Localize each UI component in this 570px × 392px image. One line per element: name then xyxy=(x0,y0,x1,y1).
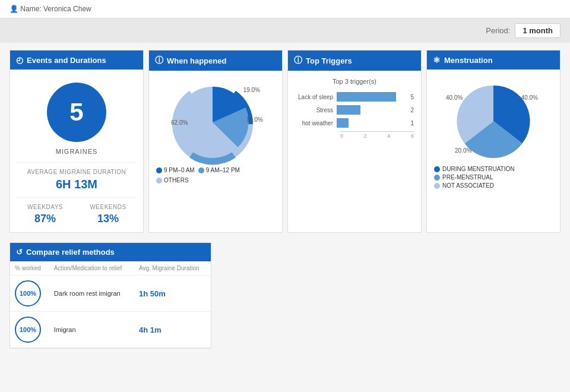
menstru-legend-item-2: NOT ASSOCIATED xyxy=(434,182,553,189)
triggers-card: ⓘ Top Triggers Top 3 trigger(s) Lack of … xyxy=(287,50,422,233)
top-bar: 👤 Name: Veronica Chew xyxy=(0,0,570,18)
clock-icon: ◴ xyxy=(16,55,23,65)
compare-row-1: 100% Imigran 4h 1m xyxy=(10,312,211,348)
events-card-title: Events and Durations xyxy=(27,56,106,65)
period-label: Period: xyxy=(486,26,510,35)
bar-track-2 xyxy=(337,118,408,128)
menstruation-legend: DURING MENSTRUATIONPRE-MENSTRUALNOT ASSO… xyxy=(434,166,553,189)
events-card-header: ◴ Events and Durations xyxy=(10,50,143,69)
col-action: Action/Medication to relief xyxy=(49,261,134,276)
menstruation-card-header: ⚛ Menstruation xyxy=(427,50,560,69)
bar-name-0: Lack of sleep xyxy=(295,94,337,100)
events-card: ◴ Events and Durations 5 MIGRAINES AVERA… xyxy=(10,50,144,233)
circle-badge-0: 100% xyxy=(15,280,41,306)
compare-section: ↺ Compare relief methods % worked Action… xyxy=(10,242,211,349)
menstru-label-40-left: 40.0% xyxy=(446,94,463,101)
menstru-label-40-right: 40.0% xyxy=(521,94,538,101)
bar-track-0 xyxy=(337,92,408,102)
pie-label-19-right: 19.0% xyxy=(246,116,263,123)
bar-fill-0 xyxy=(337,92,396,102)
pie-label-62: 62.0% xyxy=(171,119,188,126)
bar-val-0: 5 xyxy=(410,94,414,100)
col-worked: % worked xyxy=(10,261,49,276)
compare-action-0: Dark room rest imigran xyxy=(49,276,134,312)
menstruation-card-title: Menstruation xyxy=(444,56,493,65)
triggers-card-header: ⓘ Top Triggers xyxy=(288,50,421,71)
migraine-circle: 5 xyxy=(47,83,106,142)
weekdays-value: 87% xyxy=(17,213,73,225)
legend-label-0: 9 PM–0 AM xyxy=(164,167,195,173)
menstruation-pie-chart: 40.0% 40.0% 20.0% xyxy=(446,83,541,160)
avg-duration-value: 6H 13M xyxy=(17,178,136,191)
menstruation-card: ⚛ Menstruation xyxy=(426,50,560,233)
period-value[interactable]: 1 month xyxy=(515,23,560,38)
menstru-legend-label-1: PRE-MENSTRUAL xyxy=(442,174,493,181)
bar-row-0: Lack of sleep 5 xyxy=(295,92,414,102)
compare-percent-0: 100% xyxy=(10,276,49,312)
migraine-unit: MIGRAINES xyxy=(17,148,136,155)
bar-name-1: Stress xyxy=(295,107,337,113)
weekends-value: 13% xyxy=(80,213,136,225)
legend-item-2: OTHERS xyxy=(156,177,189,184)
when-card: ⓘ When happened xyxy=(148,50,283,233)
bar-fill-1 xyxy=(337,105,360,115)
compare-icon: ↺ xyxy=(16,248,23,257)
menstru-legend-item-0: DURING MENSTRUATION xyxy=(434,166,553,172)
compare-duration-0: 1h 50m xyxy=(134,276,211,312)
compare-action-1: Imigran xyxy=(49,312,134,348)
avg-duration-label: AVERAGE MIGRAINE DURATION xyxy=(17,169,136,175)
bar-track-1 xyxy=(337,105,408,115)
menstru-legend-label-0: DURING MENSTRUATION xyxy=(442,166,514,172)
circle-badge-1: 100% xyxy=(15,317,41,343)
triggers-chart-title: Top 3 trigger(s) xyxy=(295,78,414,85)
menstru-legend-label-2: NOT ASSOCIATED xyxy=(442,182,494,189)
compare-row-0: 100% Dark room rest imigran 1h 50m xyxy=(10,276,211,312)
compare-percent-1: 100% xyxy=(10,312,49,348)
legend-item-0: 9 PM–0 AM xyxy=(156,167,195,173)
menstruation-icon: ⚛ xyxy=(433,55,441,65)
legend-item-1: 9 AM–12 PM xyxy=(198,167,240,173)
info-icon-triggers: ⓘ xyxy=(294,55,302,66)
compare-title: Compare relief methods xyxy=(26,248,115,257)
bar-val-2: 1 xyxy=(410,120,414,127)
bar-val-1: 2 xyxy=(410,107,414,113)
legend-label-2: OTHERS xyxy=(164,177,189,184)
period-bar: Period: 1 month xyxy=(0,18,570,43)
compare-header: ↺ Compare relief methods xyxy=(10,243,211,261)
bar-fill-2 xyxy=(337,118,349,128)
when-card-header: ⓘ When happened xyxy=(149,50,282,71)
bar-row-2: hot weather 1 xyxy=(295,118,414,128)
user-name: Name: Veronica Chew xyxy=(20,5,91,13)
migraine-count: 5 xyxy=(69,98,83,127)
when-card-title: When happened xyxy=(167,56,226,65)
triggers-bar-chart: Lack of sleep 5 Stress 2 hot weather 1 0… xyxy=(295,90,414,141)
weekends-label: WEEKENDS xyxy=(80,204,136,210)
compare-duration-1: 4h 1m xyxy=(134,312,211,348)
bar-row-1: Stress 2 xyxy=(295,105,414,115)
col-avg: Avg. Migraine Duration xyxy=(134,261,211,276)
when-legend: 9 PM–0 AM 9 AM–12 PM OTHERS xyxy=(156,167,275,184)
when-pie-chart: 19.0% 19.0% 62.0% xyxy=(171,84,260,161)
bar-name-2: hot weather xyxy=(295,120,337,127)
pie-label-19-top: 19.0% xyxy=(243,87,260,93)
info-icon-when: ⓘ xyxy=(155,55,163,66)
weekdays-label: WEEKDAYS xyxy=(17,204,73,210)
triggers-card-title: Top Triggers xyxy=(306,56,352,65)
menstru-legend-item-1: PRE-MENSTRUAL xyxy=(434,174,553,181)
legend-label-1: 9 AM–12 PM xyxy=(206,167,240,173)
user-icon: 👤 xyxy=(10,5,18,13)
compare-table: % worked Action/Medication to relief Avg… xyxy=(10,261,211,348)
menstru-label-20: 20.0% xyxy=(455,147,471,154)
